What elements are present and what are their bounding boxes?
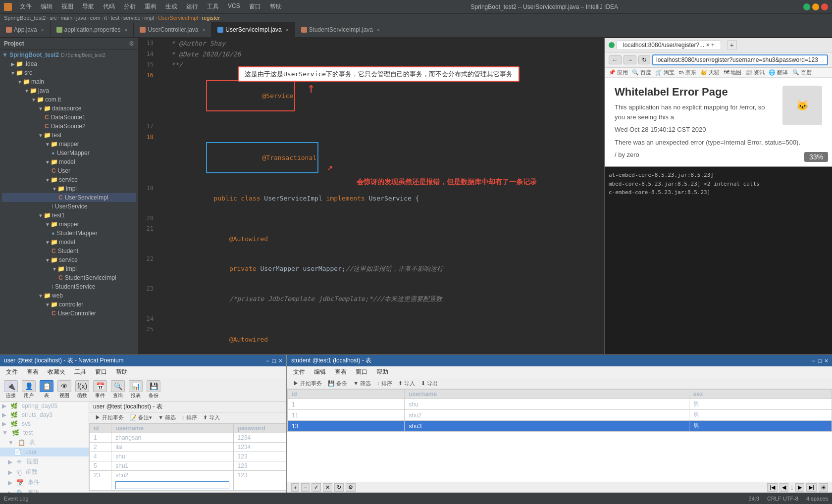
page-check[interactable]: ✓ — [312, 483, 321, 492]
toolbar-table[interactable]: 📋 表 — [40, 380, 53, 399]
menu-code[interactable]: 代码 — [99, 1, 119, 12]
page-next[interactable]: ▶ — [795, 483, 804, 492]
tree-service[interactable]: ▼📁service — [2, 175, 136, 184]
student-row[interactable]: 1shu男 — [288, 399, 832, 410]
page-x[interactable]: ✕ — [323, 483, 332, 492]
nav-menu-favorites[interactable]: 收藏夹 — [44, 367, 69, 377]
tab-application-properties[interactable]: application.properties × — [51, 22, 134, 37]
tree-java[interactable]: ▼📁java — [2, 86, 136, 95]
navicat-maximize[interactable]: □ — [272, 357, 276, 364]
stud-sort[interactable]: ↕ 排序 — [375, 379, 394, 388]
close-button[interactable] — [821, 3, 828, 10]
stud-begin-tx[interactable]: ▶ 开始事务 — [291, 379, 324, 388]
stud-backup[interactable]: 💾 备份 — [326, 379, 349, 388]
browser-tab[interactable]: localhost:8080/user/register?... × + — [617, 40, 721, 50]
stud-menu-edit[interactable]: 编辑 — [310, 367, 330, 377]
window-controls[interactable] — [803, 3, 828, 10]
tree-service2[interactable]: ▼📁service — [2, 255, 136, 264]
student-minimize[interactable]: − — [812, 357, 815, 364]
tree-main[interactable]: ▼📁main — [2, 77, 136, 86]
toolbar-func[interactable]: f(x) 函数 — [75, 380, 89, 399]
tree-studentmapper[interactable]: ●StudentMapper — [2, 229, 136, 238]
event-log[interactable]: Event Log — [4, 496, 29, 502]
tree-datasource[interactable]: ▼📁datasource — [2, 104, 136, 113]
nav-tree-views[interactable]: ▶👁视图 — [0, 456, 89, 467]
menu-window[interactable]: 窗口 — [245, 1, 265, 12]
back-button[interactable]: ← — [609, 55, 622, 64]
tree-impl2[interactable]: ▼📁impl — [2, 264, 136, 273]
student-row[interactable]: 11shu2男 — [288, 410, 832, 421]
nav-tree-springday05[interactable]: ▶🌿spring_day05 — [0, 402, 89, 410]
tree-idea[interactable]: ▶📁.idea — [2, 59, 136, 68]
refresh-button[interactable]: ↻ — [638, 55, 650, 64]
tree-datasource1[interactable]: CDataSource1 — [2, 113, 136, 122]
toolbar-event[interactable]: 📅 事件 — [93, 380, 107, 399]
student-row-highlight[interactable]: 13shu3男 — [288, 421, 832, 432]
tree-userservice[interactable]: IUserService — [2, 202, 136, 211]
tree-model[interactable]: ▼📁model — [2, 157, 136, 166]
nav-tree-test[interactable]: ▼🌿test — [0, 428, 89, 437]
tree-model2[interactable]: ▼📁model — [2, 238, 136, 247]
toolbar-report[interactable]: 📊 报表 — [129, 380, 143, 399]
toolbar-backup[interactable]: 💾 备份 — [147, 380, 160, 399]
menu-run[interactable]: 运行 — [182, 1, 202, 12]
forward-button[interactable]: → — [624, 55, 636, 64]
tree-studentservice[interactable]: IStudentService — [2, 282, 136, 291]
tab-user-controller[interactable]: UserController.java × — [134, 22, 211, 37]
table-row[interactable]: 1zhangsan1234 — [90, 433, 286, 443]
nav-menu-tools[interactable]: 工具 — [70, 367, 90, 377]
stud-filter[interactable]: ▼ 筛选 — [351, 379, 373, 388]
page-settings[interactable]: ⚙ — [346, 483, 356, 492]
nav-tree-tables[interactable]: ▼📋表 — [0, 437, 89, 448]
code-editor[interactable]: 13 * @Author Shay 14 * @Date 2020/10/26 … — [139, 38, 604, 354]
tree-test[interactable]: ▼📁test — [2, 131, 136, 140]
table-row[interactable]: 23shu2123 — [90, 471, 286, 480]
menu-vcs[interactable]: VCS — [224, 1, 244, 12]
tree-usermapper[interactable]: ●UserMapper — [2, 149, 136, 157]
nav-menu-help[interactable]: 帮助 — [112, 367, 132, 377]
navicat-minimize[interactable]: − — [266, 357, 269, 364]
nav-tree-struts[interactable]: ▶🌿struts_day3 — [0, 410, 89, 419]
table-row[interactable]: 4shu123 — [90, 452, 286, 461]
tree-usercontroller[interactable]: CUserController — [2, 309, 136, 318]
nav-tree-user[interactable]: 📄user — [0, 448, 89, 456]
tree-mapper[interactable]: ▼📁mapper — [2, 140, 136, 149]
toolbar-connect[interactable]: 🔌 连接 — [4, 380, 18, 399]
page-add[interactable]: + — [291, 483, 299, 492]
navicat-close[interactable]: × — [279, 357, 282, 364]
new-row-input[interactable] — [115, 481, 229, 489]
nav-tree-funcs[interactable]: ▶f()函数 — [0, 467, 89, 477]
table-row-new[interactable] — [90, 480, 286, 491]
toolbar-user[interactable]: 👤 用户 — [22, 380, 36, 399]
tree-controller[interactable]: ▼📁controller — [2, 300, 136, 309]
menu-tools[interactable]: 工具 — [203, 1, 223, 12]
stud-menu-view[interactable]: 查看 — [331, 367, 351, 377]
tree-test1[interactable]: ▼📁test1 — [2, 211, 136, 220]
tree-user[interactable]: CUser — [2, 166, 136, 175]
menu-file[interactable]: 文件 — [16, 1, 36, 12]
page-prev[interactable]: ◀ — [780, 483, 788, 492]
nav-tree-queries[interactable]: ▶🔍查询 — [0, 488, 89, 493]
new-tab-button[interactable]: + — [727, 40, 737, 50]
table-row[interactable]: 2lisi1234 — [90, 443, 286, 452]
breadcrumb-project[interactable]: SpringBoot_test2 — [4, 15, 46, 21]
stud-menu-file[interactable]: 文件 — [289, 367, 309, 377]
tbl-filter[interactable]: ▼ 筛选 — [156, 413, 178, 422]
tree-src[interactable]: ▼📁src — [2, 68, 136, 77]
tree-datasource2[interactable]: CDataSource2 — [2, 122, 136, 131]
url-input[interactable]: localhost:8080/user/register?username=sh… — [652, 54, 828, 65]
menu-refactor[interactable]: 重构 — [141, 1, 160, 12]
menu-help[interactable]: 帮助 — [266, 1, 286, 12]
page-refresh[interactable]: ↻ — [334, 483, 344, 492]
nav-tree-sys[interactable]: ▶🌿sys — [0, 419, 89, 428]
menu-view[interactable]: 视图 — [57, 1, 77, 12]
tbl-begin-tx[interactable]: ▶ 开始事务 — [93, 413, 126, 422]
minimize-button[interactable] — [803, 3, 810, 10]
stud-menu-help[interactable]: 帮助 — [372, 367, 392, 377]
page-first[interactable]: |◀ — [767, 483, 778, 492]
tree-studentserviceimpl[interactable]: CStudentServiceImpl — [2, 273, 136, 282]
tree-student[interactable]: CStudent — [2, 247, 136, 255]
tree-userserviceimpl[interactable]: CUserServiceImpl — [2, 193, 136, 202]
tree-comit[interactable]: ▼📁com.it — [2, 95, 136, 104]
nav-tree-events[interactable]: ▶📅事件 — [0, 477, 89, 488]
